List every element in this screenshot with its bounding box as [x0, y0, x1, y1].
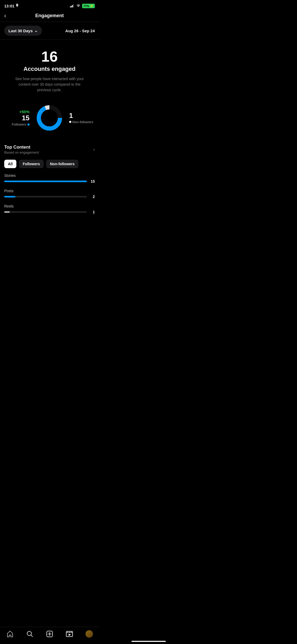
accounts-engaged-count: 16: [6, 49, 93, 64]
battery-icon: ⚡: [90, 4, 93, 8]
reels-track: [4, 211, 87, 213]
non-followers-count: 1: [69, 112, 93, 119]
non-followers-stats: 1 Non-followers: [69, 112, 93, 124]
status-bar: 13:01 77% ⚡: [0, 0, 99, 10]
svg-rect-3: [73, 4, 74, 7]
followers-stats: +50% 15 Followers: [6, 109, 30, 126]
reels-bar-row: Reels 1: [4, 204, 95, 214]
non-followers-dot-icon: [69, 121, 71, 123]
top-content-title: Top Content: [4, 145, 39, 150]
donut-chart: [35, 103, 64, 132]
posts-count: 2: [89, 195, 95, 199]
main-stats-section: 16 Accounts engaged See how people have …: [0, 40, 99, 98]
posts-bar-row: Posts 2: [4, 189, 95, 199]
reels-count: 1: [89, 210, 95, 214]
chevron-down-icon: ⌄: [34, 28, 38, 33]
stories-label: Stories: [4, 173, 95, 178]
followers-label: Followers: [6, 122, 30, 126]
top-content-section: Top Content Based on engagement ›: [0, 140, 99, 155]
content-filter-tabs: All Followers Non-followers: [0, 155, 99, 171]
accounts-engaged-label: Accounts engaged: [6, 66, 93, 72]
stories-bar-row: Stories 15: [4, 173, 95, 183]
tab-all[interactable]: All: [4, 160, 16, 168]
non-followers-text: Non-followers: [72, 120, 93, 124]
top-content-subtitle: Based on engagement: [4, 150, 39, 154]
page-title: Engagement: [35, 13, 64, 19]
svg-rect-1: [71, 6, 72, 7]
stories-fill: [4, 181, 87, 182]
stories-count: 15: [89, 179, 95, 183]
period-selector[interactable]: Last 30 Days ⌄: [4, 26, 42, 36]
stats-description: See how people have interacted with your…: [13, 76, 87, 93]
filter-bar: Last 30 Days ⌄ Aug 26 - Sep 24: [0, 22, 99, 40]
followers-percent: +50%: [6, 109, 30, 114]
back-button[interactable]: ‹: [4, 12, 6, 19]
battery-indicator: 77% ⚡: [82, 4, 95, 8]
top-content-chevron-icon[interactable]: ›: [93, 147, 95, 152]
signal-icon: [70, 4, 75, 8]
non-followers-label: Non-followers: [69, 120, 93, 124]
posts-track: [4, 196, 87, 197]
period-label: Last 30 Days: [8, 29, 33, 33]
content-bars-section: Stories 15 Posts 2 Reels: [0, 171, 99, 225]
page-header: ‹ Engagement: [0, 10, 99, 22]
followers-text: Followers: [12, 122, 26, 126]
tab-non-followers[interactable]: Non-followers: [46, 160, 78, 168]
followers-count: 15: [6, 114, 30, 121]
wifi-icon: [76, 4, 81, 8]
posts-label: Posts: [4, 189, 95, 193]
reels-fill: [4, 211, 10, 213]
posts-fill: [4, 196, 15, 197]
stories-track: [4, 181, 87, 182]
time-display: 13:01: [4, 4, 14, 8]
location-icon: [16, 4, 19, 8]
date-range-display: Aug 26 - Sep 24: [65, 29, 95, 33]
reels-label: Reels: [4, 204, 95, 208]
tab-followers[interactable]: Followers: [19, 160, 44, 168]
status-right: 77% ⚡: [70, 4, 95, 8]
svg-rect-2: [72, 5, 73, 7]
followers-dot-icon: [27, 123, 30, 126]
donut-chart-section: +50% 15 Followers 1 Non-followers: [0, 98, 99, 140]
svg-rect-0: [70, 6, 71, 7]
